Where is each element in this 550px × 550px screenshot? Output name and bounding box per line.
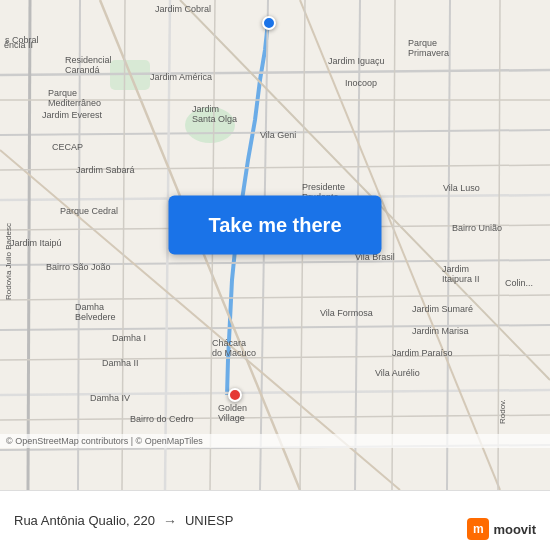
moovit-icon: m (467, 518, 489, 540)
arrow-icon: → (163, 513, 177, 529)
app: ência II s Cobral ResidencialCarandá Par… (0, 0, 550, 550)
svg-line-15 (28, 0, 30, 490)
bottom-bar: Rua Antônia Qualio, 220 → UNIESP m moovi… (0, 490, 550, 550)
take-me-there-button[interactable]: Take me there (168, 196, 381, 255)
moovit-logo: m moovit (467, 518, 536, 540)
origin-label: Rua Antônia Qualio, 220 (14, 513, 155, 528)
moovit-text: moovit (493, 522, 536, 537)
route-info: Rua Antônia Qualio, 220 → UNIESP (14, 513, 536, 529)
destination-pin (228, 388, 242, 402)
origin-pin (262, 16, 276, 30)
destination-label: UNIESP (185, 513, 233, 528)
map: ência II s Cobral ResidencialCarandá Par… (0, 0, 550, 490)
map-attribution: © OpenStreetMap contributors | © OpenMap… (0, 434, 550, 448)
svg-point-1 (185, 107, 235, 143)
